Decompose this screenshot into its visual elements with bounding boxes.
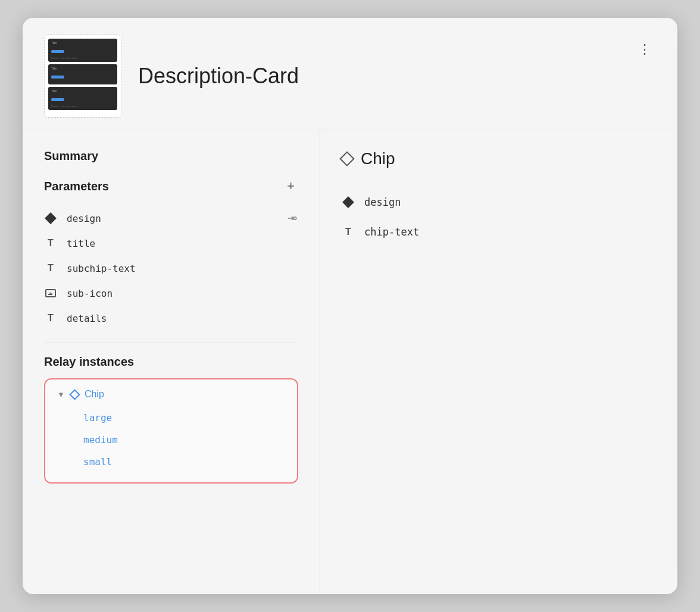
- header: Title Details, more information Title Ti…: [23, 18, 677, 130]
- main-content: Summary Parameters + design: [23, 130, 677, 594]
- right-param-label-design: design: [364, 196, 401, 208]
- relay-arrow-design[interactable]: [285, 212, 298, 225]
- chip-instance-header[interactable]: ▼ Chip: [57, 389, 285, 400]
- section-divider: [44, 343, 298, 343]
- thumb-item-1: Title Details, more information: [48, 39, 117, 62]
- preview-thumbnail: Title Details, more information Title Ti…: [44, 34, 121, 118]
- chip-instance-label: Chip: [85, 389, 104, 400]
- chip-sub-small[interactable]: small: [57, 451, 285, 473]
- thumb-chip-1: [51, 50, 64, 53]
- chip-sub-medium[interactable]: medium: [57, 429, 285, 451]
- chevron-down-icon: ▼: [57, 390, 65, 399]
- text-icon-title: T: [44, 237, 57, 250]
- parameters-section-title: Parameters: [44, 180, 109, 193]
- diamond-filled-icon: [44, 212, 57, 225]
- chip-sub-large[interactable]: large: [57, 407, 285, 429]
- param-item-details: T details: [44, 306, 298, 331]
- param-item-design: design: [44, 206, 298, 231]
- param-item-title: T title: [44, 231, 298, 256]
- param-item-subchip-text: T subchip-text: [44, 256, 298, 281]
- text-icon-subchip: T: [44, 262, 57, 275]
- add-parameter-button[interactable]: +: [283, 177, 298, 195]
- right-param-design: design: [342, 187, 656, 217]
- chip-instance-box: ▼ Chip large medium small: [44, 378, 298, 484]
- more-options-button[interactable]: ⋮: [633, 39, 656, 59]
- right-panel-title: Chip: [361, 149, 395, 168]
- thumb-item-3: Title Details, more more more: [48, 87, 117, 110]
- page-title: Description-Card: [138, 64, 656, 89]
- main-card: Title Details, more information Title Ti…: [23, 18, 677, 594]
- thumb-item-2: Title: [48, 64, 117, 84]
- right-text-icon-chip-text: T: [342, 225, 355, 238]
- parameters-header: Parameters +: [44, 177, 298, 195]
- text-icon-details: T: [44, 312, 57, 325]
- param-label-sub-icon: sub-icon: [67, 288, 112, 299]
- right-panel: Chip design T chip-text: [320, 130, 677, 594]
- right-panel-title-row: Chip: [342, 149, 656, 168]
- param-label-title: title: [67, 238, 95, 249]
- thumb-chip-2: [51, 76, 64, 79]
- right-param-chip-text: T chip-text: [342, 217, 656, 247]
- right-diamond-filled-icon: [342, 196, 355, 209]
- param-label-subchip-text: subchip-text: [67, 263, 136, 274]
- summary-section-title: Summary: [44, 149, 298, 163]
- param-label-details: details: [67, 313, 107, 324]
- chip-diamond-icon: [69, 389, 80, 400]
- left-panel: Summary Parameters + design: [23, 130, 320, 594]
- image-icon-sub: ⛰: [44, 287, 57, 300]
- right-param-label-chip-text: chip-text: [364, 226, 419, 238]
- chip-title-diamond-icon: [339, 151, 354, 166]
- relay-instances-title: Relay instances: [44, 355, 298, 369]
- param-item-sub-icon: ⛰ sub-icon: [44, 281, 298, 306]
- thumb-chip-3: [51, 98, 64, 101]
- param-label-design: design: [67, 213, 101, 224]
